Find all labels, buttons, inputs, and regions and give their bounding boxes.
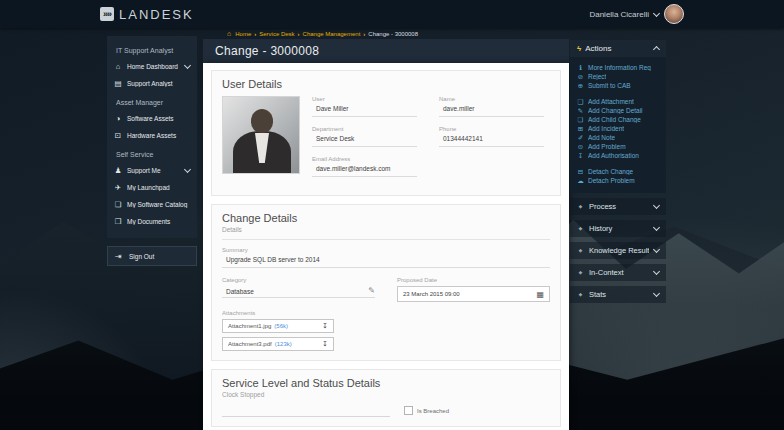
- actions-group-add: ❑ Add Attachment ✎ Add Change Detail ❏ A…: [577, 97, 659, 160]
- action-add-authorisation[interactable]: ↧ Add Authorisation: [577, 151, 659, 160]
- is-breached-checkbox-wrap[interactable]: Is Breached: [404, 406, 449, 415]
- calendar-icon[interactable]: ▦: [536, 290, 544, 299]
- action-label: Add Note: [588, 134, 615, 141]
- attachment-size: (123k): [275, 341, 319, 347]
- user-details-card: User Details User Dave Miller: [211, 70, 561, 196]
- breadcrumb-separator: ›: [363, 31, 365, 37]
- sidebar-item-software-assets[interactable]: ◑ Software Assets: [107, 110, 197, 127]
- sidebar-item-label: Home Dashboard: [127, 63, 180, 70]
- monitor-icon: ⊡: [114, 131, 122, 140]
- sidebar-item-my-software-catalog[interactable]: ❏ My Software Catalog: [107, 196, 197, 213]
- edit-pencil-icon[interactable]: ✎: [368, 286, 375, 295]
- sign-out-button[interactable]: ⇥ Sign Out: [107, 246, 197, 266]
- problem-icon: ⊙: [577, 143, 584, 151]
- breadcrumb: ⌂ Home › Service Desk › Change Managemen…: [203, 28, 569, 39]
- panel-knowledge-results[interactable]: ⌖ Knowledge Results: [570, 242, 666, 259]
- action-add-attachment[interactable]: ❑ Add Attachment: [577, 97, 659, 106]
- sidebar-item-support-me[interactable]: ♟ Support Me: [107, 162, 197, 179]
- action-label: Add Child Change: [588, 116, 641, 123]
- action-label: Add Attachment: [588, 98, 634, 105]
- chevron-down-icon: [653, 202, 660, 209]
- field-label: Department: [312, 126, 417, 132]
- sidebar-item-my-launchpad[interactable]: ✈ My Launchpad: [107, 179, 197, 196]
- main-content: ⌂ Home › Service Desk › Change Managemen…: [203, 28, 569, 430]
- field-value[interactable]: Upgrade SQL DB server to 2014: [222, 256, 550, 268]
- action-detach-change[interactable]: ⊟ Detach Change: [577, 167, 659, 176]
- panel-process[interactable]: ⌖ Process: [570, 198, 666, 215]
- attachment-name: Attachment1.jpg: [228, 323, 271, 329]
- field-value[interactable]: 01344442141: [439, 135, 544, 147]
- breadcrumb-home[interactable]: Home: [235, 31, 251, 37]
- panel-label: In-Context: [589, 268, 649, 277]
- action-add-child-change[interactable]: ❏ Add Child Change: [577, 115, 659, 124]
- user-details-title: User Details: [222, 78, 550, 90]
- field-value[interactable]: dave.miller@landesk.com: [312, 165, 417, 177]
- pin-icon: ⌖: [577, 203, 584, 211]
- reject-icon: ⊘: [577, 73, 584, 81]
- attachment-chip[interactable]: Attachment3.pdf (123k) ↧: [222, 337, 334, 351]
- action-add-problem[interactable]: ⊙ Add Problem: [577, 142, 659, 151]
- action-submit-to-cab[interactable]: ⊕ Submit to CAB: [577, 81, 659, 90]
- download-icon[interactable]: ↧: [322, 322, 328, 330]
- document-icon: ❐: [114, 217, 122, 226]
- sidebar-item-label: My Documents: [127, 218, 190, 225]
- attachment-chip[interactable]: Attachment1.jpg (56k) ↧: [222, 319, 334, 333]
- pin-icon: ⌖: [577, 269, 584, 277]
- landesk-logo[interactable]: »» LANDESK: [100, 7, 194, 22]
- sidebar-item-hardware-assets[interactable]: ⊡ Hardware Assets: [107, 127, 197, 144]
- breadcrumb-change-management[interactable]: Change Management: [303, 31, 361, 37]
- divider: [222, 239, 550, 240]
- action-reject[interactable]: ⊘ Reject: [577, 72, 659, 81]
- checkbox-icon[interactable]: [404, 406, 413, 415]
- action-add-incident[interactable]: ⊞ Add Incident: [577, 124, 659, 133]
- field-value[interactable]: Service Desk: [312, 135, 417, 147]
- panel-history[interactable]: ⌖ History: [570, 220, 666, 237]
- action-detach-problem[interactable]: ☁ Detach Problem: [577, 176, 659, 185]
- panel-in-context[interactable]: ⌖ In-Context: [570, 264, 666, 281]
- sidebar-nav: IT Support Analyst ⌂ Home Dashboard ▤ Su…: [107, 36, 197, 238]
- sidebar-item-label: My Software Catalog: [127, 201, 190, 208]
- field-label: Proposed Date: [397, 277, 550, 283]
- action-label: Detach Change: [588, 168, 633, 175]
- download-icon[interactable]: ↧: [322, 340, 328, 348]
- change-details-card: Change Details Details Summary Upgrade S…: [211, 204, 561, 361]
- avatar[interactable]: [664, 4, 684, 24]
- field-proposed-date: Proposed Date 23 March 2015 09:00 ▦: [397, 277, 550, 302]
- page-icon: ❏: [577, 116, 584, 124]
- landesk-logo-icon: »»: [100, 7, 114, 21]
- actions-header[interactable]: ϟ Actions: [570, 40, 666, 57]
- service-level-card: Service Level and Status Details Clock S…: [211, 369, 561, 427]
- breadcrumb-service-desk[interactable]: Service Desk: [259, 31, 294, 37]
- top-header-bar: »» LANDESK Daniella Cicarelli: [0, 0, 784, 28]
- chevron-down-icon: [653, 290, 660, 297]
- action-add-change-detail[interactable]: ✎ Add Change Detail: [577, 106, 659, 115]
- user-menu[interactable]: Daniella Cicarelli: [589, 4, 684, 24]
- date-picker-input[interactable]: 23 March 2015 09:00 ▦: [397, 286, 550, 302]
- chevron-down-icon: [184, 62, 191, 69]
- field-label: Category: [222, 277, 375, 283]
- field-value[interactable]: dave.miller: [439, 105, 544, 117]
- photo-head: [251, 109, 273, 133]
- actions-title: Actions: [585, 44, 650, 53]
- landesk-logo-text: LANDESK: [119, 7, 194, 22]
- field-value[interactable]: Dave Miller: [312, 105, 417, 117]
- field-label: Email Address: [312, 156, 417, 162]
- field-value[interactable]: Database: [222, 288, 368, 295]
- action-more-information-req[interactable]: ℹ More Information Req: [577, 63, 659, 72]
- action-add-note[interactable]: ✐ Add Note: [577, 133, 659, 142]
- pin-icon: ⌖: [577, 225, 584, 233]
- clock-stopped-field[interactable]: [222, 406, 390, 417]
- sidebar-item-my-documents[interactable]: ❐ My Documents: [107, 213, 197, 230]
- record-content: User Details User Dave Miller: [203, 63, 569, 430]
- field-label: Summary: [222, 247, 550, 253]
- field-department: Department Service Desk: [312, 126, 417, 147]
- field-summary: Summary Upgrade SQL DB server to 2014: [222, 247, 550, 268]
- attachment-size: (56k): [274, 323, 319, 329]
- sidebar-item-home-dashboard[interactable]: ⌂ Home Dashboard: [107, 58, 197, 75]
- sign-out-label: Sign Out: [129, 253, 154, 260]
- date-value: 23 March 2015 09:00: [403, 291, 536, 297]
- pin-icon: ⌖: [577, 247, 584, 255]
- sidebar-item-support-analyst[interactable]: ▤ Support Analyst: [107, 75, 197, 92]
- panel-stats[interactable]: ⌖ Stats: [570, 286, 666, 303]
- book-icon: ❏: [114, 200, 122, 209]
